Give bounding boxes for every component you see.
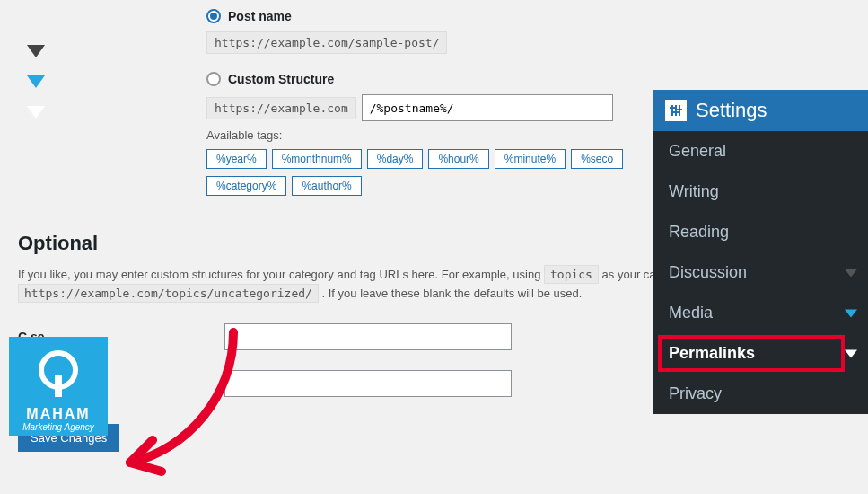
category-base-input[interactable]: [224, 323, 512, 350]
maham-logo: MAHAM Marketing Agency: [9, 337, 108, 436]
chevron-down-icon: [845, 349, 857, 357]
custom-base-url: https://example.com: [206, 97, 356, 119]
triangle-blue-icon: [27, 75, 45, 88]
desc-part3: . If you leave these blank the defaults …: [322, 287, 583, 300]
decorative-triangles: [27, 45, 45, 119]
radio-unchecked-icon: [206, 72, 221, 86]
tag-category[interactable]: %category%: [206, 176, 286, 196]
chevron-down-icon: [845, 269, 857, 277]
settings-item-discussion[interactable]: Discussion: [653, 252, 868, 293]
triangle-dark-icon: [27, 45, 45, 57]
settings-item-writing[interactable]: Writing: [653, 172, 868, 212]
svg-rect-4: [673, 111, 679, 113]
settings-label-permalinks: Permalinks: [669, 344, 755, 362]
settings-title: Settings: [696, 99, 767, 122]
tag-monthnum[interactable]: %monthnum%: [272, 149, 362, 169]
tag-day[interactable]: %day%: [367, 149, 424, 169]
svg-rect-3: [670, 107, 675, 109]
settings-item-general[interactable]: General: [653, 131, 868, 172]
desc-code-topics: topics: [544, 265, 599, 284]
settings-label-discussion: Discussion: [669, 263, 747, 281]
permalink-post-name-radio[interactable]: Post name: [206, 9, 292, 23]
settings-menu: Settings General Writing Reading Discuss…: [653, 90, 868, 414]
tag-second[interactable]: %seco: [571, 149, 623, 169]
settings-label-media: Media: [669, 304, 713, 322]
settings-item-reading[interactable]: Reading: [653, 212, 868, 252]
settings-header[interactable]: Settings: [653, 90, 868, 131]
svg-rect-5: [677, 109, 682, 110]
desc-code-url: https://example.com/topics/uncategorized…: [18, 284, 319, 303]
custom-structure-label: Custom Structure: [228, 72, 334, 86]
logo-name: MAHAM: [26, 406, 90, 422]
settings-label-general: General: [669, 142, 726, 160]
tag-hour[interactable]: %hour%: [428, 149, 488, 169]
tag-year[interactable]: %year%: [206, 149, 267, 169]
settings-label-reading: Reading: [669, 223, 729, 241]
settings-icon: [665, 100, 687, 121]
custom-structure-input[interactable]: [362, 94, 613, 121]
tag-base-input[interactable]: [224, 370, 512, 397]
radio-checked-icon: [206, 9, 221, 23]
svg-rect-0: [671, 105, 673, 116]
triangle-white-icon: [27, 106, 45, 119]
settings-item-permalinks[interactable]: Permalinks: [653, 333, 868, 374]
post-name-url: https://example.com/sample-post/: [206, 31, 447, 54]
tag-minute[interactable]: %minute%: [495, 149, 566, 169]
settings-label-privacy: Privacy: [669, 384, 722, 402]
settings-item-privacy[interactable]: Privacy: [653, 374, 868, 414]
settings-label-writing: Writing: [669, 182, 719, 200]
chevron-down-icon: [845, 309, 857, 317]
svg-rect-1: [675, 105, 677, 116]
desc-part1: If you like, you may enter custom struct…: [18, 268, 544, 281]
logo-circle-icon: [39, 350, 78, 390]
permalink-custom-radio[interactable]: Custom Structure: [206, 72, 334, 86]
post-name-label: Post name: [228, 9, 292, 23]
settings-item-media[interactable]: Media: [653, 293, 868, 333]
logo-tagline: Marketing Agency: [22, 422, 94, 432]
tag-author[interactable]: %author%: [292, 176, 361, 196]
